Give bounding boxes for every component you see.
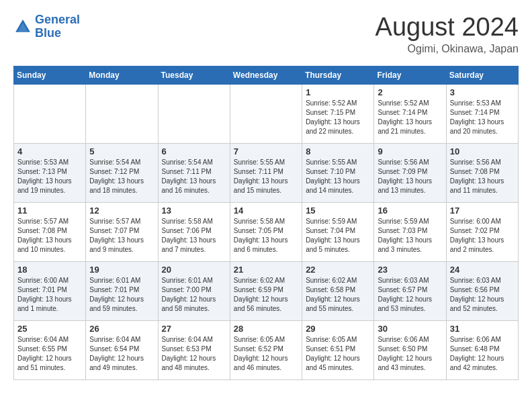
day-info: Sunrise: 5:56 AM Sunset: 7:08 PM Dayligh…: [450, 158, 515, 195]
calendar-cell: 18Sunrise: 6:00 AM Sunset: 7:01 PM Dayli…: [14, 261, 86, 320]
calendar-cell: 22Sunrise: 6:02 AM Sunset: 6:58 PM Dayli…: [302, 261, 374, 320]
weekday-header-saturday: Saturday: [446, 66, 518, 84]
calendar-cell: 14Sunrise: 5:58 AM Sunset: 7:05 PM Dayli…: [230, 202, 302, 261]
day-info: Sunrise: 6:03 AM Sunset: 6:56 PM Dayligh…: [450, 276, 515, 314]
calendar-cell: 19Sunrise: 6:01 AM Sunset: 7:01 PM Dayli…: [86, 261, 158, 320]
day-info: Sunrise: 6:02 AM Sunset: 6:59 PM Dayligh…: [234, 276, 298, 314]
calendar-cell: 7Sunrise: 5:55 AM Sunset: 7:11 PM Daylig…: [230, 143, 302, 202]
day-info: Sunrise: 6:04 AM Sunset: 6:53 PM Dayligh…: [162, 335, 226, 373]
logo-icon: [13, 17, 32, 36]
weekday-header-thursday: Thursday: [302, 66, 374, 84]
day-info: Sunrise: 6:04 AM Sunset: 6:54 PM Dayligh…: [89, 335, 154, 373]
day-info: Sunrise: 6:05 AM Sunset: 6:51 PM Dayligh…: [306, 335, 370, 373]
weekday-header-sunday: Sunday: [14, 66, 86, 84]
day-number: 1: [306, 87, 370, 97]
calendar-cell: [158, 84, 230, 143]
day-info: Sunrise: 6:06 AM Sunset: 6:48 PM Dayligh…: [450, 335, 515, 373]
day-number: 2: [378, 87, 442, 97]
day-number: 18: [17, 265, 82, 275]
day-info: Sunrise: 5:57 AM Sunset: 7:07 PM Dayligh…: [89, 217, 154, 255]
calendar-cell: [230, 84, 302, 143]
day-number: 23: [378, 265, 442, 275]
day-info: Sunrise: 6:01 AM Sunset: 7:00 PM Dayligh…: [162, 276, 226, 314]
day-number: 13: [162, 205, 226, 216]
weekday-header-friday: Friday: [374, 66, 446, 84]
calendar-cell: 10Sunrise: 5:56 AM Sunset: 7:08 PM Dayli…: [446, 143, 518, 202]
day-number: 21: [234, 265, 298, 275]
day-number: 12: [89, 205, 154, 216]
day-info: Sunrise: 5:55 AM Sunset: 7:11 PM Dayligh…: [234, 158, 298, 195]
day-info: Sunrise: 6:00 AM Sunset: 7:02 PM Dayligh…: [450, 217, 515, 255]
day-number: 29: [306, 324, 370, 334]
day-number: 30: [378, 324, 442, 334]
day-info: Sunrise: 5:53 AM Sunset: 7:14 PM Dayligh…: [450, 99, 515, 136]
day-number: 3: [450, 87, 515, 97]
day-number: 28: [234, 324, 298, 334]
calendar-cell: 1Sunrise: 5:52 AM Sunset: 7:15 PM Daylig…: [302, 84, 374, 143]
calendar-cell: 9Sunrise: 5:56 AM Sunset: 7:09 PM Daylig…: [374, 143, 446, 202]
day-info: Sunrise: 5:53 AM Sunset: 7:13 PM Dayligh…: [17, 158, 82, 195]
day-number: 26: [89, 324, 154, 334]
calendar-cell: 23Sunrise: 6:03 AM Sunset: 6:57 PM Dayli…: [374, 261, 446, 320]
calendar-cell: 27Sunrise: 6:04 AM Sunset: 6:53 PM Dayli…: [158, 320, 230, 379]
day-info: Sunrise: 5:52 AM Sunset: 7:15 PM Dayligh…: [306, 99, 370, 136]
day-number: 22: [306, 265, 370, 275]
title-block: August 2024 Ogimi, Okinawa, Japan: [375, 13, 519, 55]
day-number: 9: [378, 146, 442, 156]
logo: General Blue: [13, 13, 80, 40]
day-info: Sunrise: 5:54 AM Sunset: 7:11 PM Dayligh…: [162, 158, 226, 195]
calendar-cell: 11Sunrise: 5:57 AM Sunset: 7:08 PM Dayli…: [14, 202, 86, 261]
calendar-cell: 25Sunrise: 6:04 AM Sunset: 6:55 PM Dayli…: [14, 320, 86, 379]
day-info: Sunrise: 5:58 AM Sunset: 7:05 PM Dayligh…: [234, 217, 298, 255]
location: Ogimi, Okinawa, Japan: [375, 43, 519, 55]
calendar-cell: 20Sunrise: 6:01 AM Sunset: 7:00 PM Dayli…: [158, 261, 230, 320]
day-info: Sunrise: 6:00 AM Sunset: 7:01 PM Dayligh…: [17, 276, 82, 314]
calendar-cell: 24Sunrise: 6:03 AM Sunset: 6:56 PM Dayli…: [446, 261, 518, 320]
day-info: Sunrise: 5:52 AM Sunset: 7:14 PM Dayligh…: [378, 99, 442, 136]
logo-line2: Blue: [35, 26, 61, 40]
calendar-cell: [14, 84, 86, 143]
calendar-cell: 26Sunrise: 6:04 AM Sunset: 6:54 PM Dayli…: [86, 320, 158, 379]
day-info: Sunrise: 6:05 AM Sunset: 6:52 PM Dayligh…: [234, 335, 298, 373]
calendar-cell: 3Sunrise: 5:53 AM Sunset: 7:14 PM Daylig…: [446, 84, 518, 143]
day-info: Sunrise: 6:01 AM Sunset: 7:01 PM Dayligh…: [89, 276, 154, 314]
day-number: 20: [162, 265, 226, 275]
day-info: Sunrise: 6:06 AM Sunset: 6:50 PM Dayligh…: [378, 335, 442, 373]
day-info: Sunrise: 6:04 AM Sunset: 6:55 PM Dayligh…: [17, 335, 82, 373]
day-number: 24: [450, 265, 515, 275]
day-number: 5: [89, 146, 154, 156]
day-info: Sunrise: 5:59 AM Sunset: 7:03 PM Dayligh…: [378, 217, 442, 255]
logo-line1: General: [35, 13, 80, 26]
day-info: Sunrise: 5:55 AM Sunset: 7:10 PM Dayligh…: [306, 158, 370, 195]
calendar-cell: 15Sunrise: 5:59 AM Sunset: 7:04 PM Dayli…: [302, 202, 374, 261]
day-number: 8: [306, 146, 370, 156]
calendar-cell: 28Sunrise: 6:05 AM Sunset: 6:52 PM Dayli…: [230, 320, 302, 379]
day-number: 4: [17, 146, 82, 156]
page-header: General Blue August 2024 Ogimi, Okinawa,…: [13, 13, 519, 55]
day-number: 17: [450, 205, 515, 216]
day-number: 19: [89, 265, 154, 275]
day-number: 31: [450, 324, 515, 334]
day-number: 6: [162, 146, 226, 156]
day-info: Sunrise: 5:59 AM Sunset: 7:04 PM Dayligh…: [306, 217, 370, 255]
calendar-cell: 5Sunrise: 5:54 AM Sunset: 7:12 PM Daylig…: [86, 143, 158, 202]
calendar-cell: 4Sunrise: 5:53 AM Sunset: 7:13 PM Daylig…: [14, 143, 86, 202]
weekday-header-monday: Monday: [86, 66, 158, 84]
calendar-cell: 21Sunrise: 6:02 AM Sunset: 6:59 PM Dayli…: [230, 261, 302, 320]
day-info: Sunrise: 5:56 AM Sunset: 7:09 PM Dayligh…: [378, 158, 442, 195]
day-info: Sunrise: 5:57 AM Sunset: 7:08 PM Dayligh…: [17, 217, 82, 255]
day-info: Sunrise: 5:58 AM Sunset: 7:06 PM Dayligh…: [162, 217, 226, 255]
day-number: 15: [306, 205, 370, 216]
month-year: August 2024: [375, 13, 519, 42]
calendar-cell: 16Sunrise: 5:59 AM Sunset: 7:03 PM Dayli…: [374, 202, 446, 261]
day-info: Sunrise: 6:03 AM Sunset: 6:57 PM Dayligh…: [378, 276, 442, 314]
weekday-header-wednesday: Wednesday: [230, 66, 302, 84]
day-info: Sunrise: 6:02 AM Sunset: 6:58 PM Dayligh…: [306, 276, 370, 314]
calendar-cell: 30Sunrise: 6:06 AM Sunset: 6:50 PM Dayli…: [374, 320, 446, 379]
calendar-table: SundayMondayTuesdayWednesdayThursdayFrid…: [13, 66, 519, 380]
day-number: 14: [234, 205, 298, 216]
calendar-cell: 6Sunrise: 5:54 AM Sunset: 7:11 PM Daylig…: [158, 143, 230, 202]
day-info: Sunrise: 5:54 AM Sunset: 7:12 PM Dayligh…: [89, 158, 154, 195]
calendar-cell: 8Sunrise: 5:55 AM Sunset: 7:10 PM Daylig…: [302, 143, 374, 202]
day-number: 10: [450, 146, 515, 156]
